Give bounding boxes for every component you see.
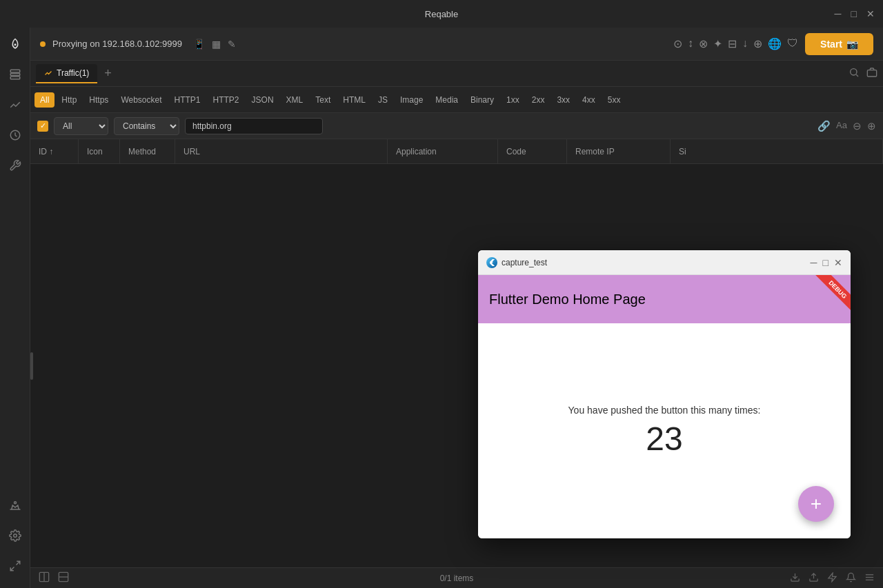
lightning-icon[interactable] [827,572,837,585]
flutter-body: You have pushed the button this many tim… [478,323,851,538]
filter-js-btn[interactable]: JS [373,92,393,108]
column-code[interactable]: Code [498,139,567,163]
column-application[interactable]: Application [388,139,498,163]
traffic-tab-label: Traffic(1) [57,68,89,78]
filter-value-input[interactable] [185,118,323,134]
start-button[interactable]: Start 📷 [805,33,873,55]
filter-text-btn[interactable]: Text [310,92,336,108]
filter-3xx-btn[interactable]: 3xx [551,92,575,108]
filter-enable-checkbox[interactable]: ✓ [37,121,48,132]
column-remote-ip[interactable]: Remote IP [567,139,671,163]
flutter-maximize-btn[interactable]: □ [823,257,829,268]
export-icon[interactable] [808,572,819,585]
flutter-demo-window: capture_test ─ □ ✕ Flutter Demo Home Pag… [478,250,851,538]
flutter-appbar-title: Flutter Demo Home Page [489,292,646,307]
filter-types-bar: All Http Https Websocket HTTP1 HTTP2 JSO… [30,87,883,113]
filter-scope-select[interactable]: All URL Method [54,117,108,135]
svg-point-0 [14,43,16,45]
capture-icon[interactable] [866,67,877,81]
sidebar-item-rocket[interactable] [6,34,25,54]
filter-5xx-btn[interactable]: 5xx [602,92,626,108]
flutter-window-controls: ─ □ ✕ [811,257,842,268]
close-button[interactable]: ✕ [866,8,875,19]
column-url[interactable]: URL [175,139,388,163]
sidebar-item-layers[interactable] [6,65,25,84]
debug-badge: DEBUG [813,275,851,311]
status-bar-left-icons [39,571,69,585]
add-tab-button[interactable]: + [100,66,116,81]
mirror-icon[interactable]: ⊕ [753,37,762,50]
filter-2xx-btn[interactable]: 2xx [526,92,550,108]
column-method[interactable]: Method [120,139,175,163]
layout-icon-1[interactable] [39,571,50,585]
minimize-button[interactable]: ─ [835,8,842,19]
flutter-window-title-bar: capture_test [486,257,547,268]
case-sensitive-icon[interactable]: Aa [836,120,847,132]
svg-marker-18 [829,573,836,582]
script-icon[interactable]: ✦ [713,37,722,50]
mock-icon[interactable]: ⊟ [728,37,737,50]
sidebar-bottom [6,496,25,581]
link-icon[interactable]: 🔗 [817,120,831,132]
filter-https-btn[interactable]: Https [83,92,114,108]
filter-image-btn[interactable]: Image [395,92,428,108]
qr-icon[interactable]: ▦ [212,39,221,50]
sidebar-item-tools[interactable] [6,156,25,175]
download-icon[interactable]: ↓ [742,37,748,50]
intercept-icon[interactable]: ⊙ [673,37,682,50]
column-id[interactable]: ID ↑ [30,139,79,163]
phone-icon[interactable]: 📱 [193,39,205,50]
flutter-minimize-btn[interactable]: ─ [811,257,817,268]
proxy-bar: Proxying on 192.168.0.102:9999 📱 ▦ ✎ ⊙ ↕… [30,28,883,61]
sidebar-item-chart[interactable] [6,95,25,114]
filter-websocket-btn[interactable]: Websocket [115,92,167,108]
svg-rect-1 [10,70,20,72]
filter-binary-btn[interactable]: Binary [465,92,499,108]
resize-handle[interactable] [30,352,33,380]
import-icon[interactable] [790,572,800,585]
repeat-icon[interactable]: ↕ [688,37,693,50]
filter-html-btn[interactable]: HTML [337,92,371,108]
filter-media-btn[interactable]: Media [430,92,464,108]
column-method-label: Method [128,147,156,156]
filter-http1-btn[interactable]: HTTP1 [169,92,206,108]
remove-filter-icon[interactable]: ⊖ [853,120,862,132]
filter-right-actions: 🔗 Aa ⊖ ⊕ [817,120,876,132]
proxy-toolbar-right: ⊙ ↕ ⊗ ✦ ⊟ ↓ ⊕ 🌐 🛡 Start 📷 [673,33,873,55]
status-bar-right-icons [790,572,875,585]
flutter-titlebar: capture_test ─ □ ✕ [478,250,851,275]
bell-icon[interactable] [846,572,856,585]
filter-http-btn[interactable]: Http [56,92,82,108]
add-filter-icon[interactable]: ⊕ [867,120,876,132]
menu-icon[interactable] [864,572,875,585]
filter-condition-row: ✓ All URL Method Contains Equals Starts … [30,113,883,139]
sidebar-item-crown[interactable] [6,496,25,515]
ssl-icon[interactable]: 🛡 [787,37,798,50]
filter-xml-btn[interactable]: XML [281,92,309,108]
filter-4xx-btn[interactable]: 4xx [577,92,601,108]
flutter-close-btn[interactable]: ✕ [834,257,842,268]
layout-icon-2[interactable] [58,571,69,585]
filter-json-btn[interactable]: JSON [246,92,279,108]
filter-1xx-btn[interactable]: 1xx [501,92,525,108]
svg-rect-3 [10,77,20,79]
column-si: Si [671,139,883,163]
sidebar-item-expand[interactable] [6,556,25,576]
flutter-counter: 23 [646,420,682,458]
filter-operator-select[interactable]: Contains Equals Starts with [114,117,179,135]
traffic-tab[interactable]: Traffic(1) [36,64,97,83]
flutter-fab-button[interactable]: + [798,486,834,522]
filter-all-btn[interactable]: All [34,92,54,108]
window-controls: ─ □ ✕ [835,8,875,19]
column-code-label: Code [506,147,526,156]
sidebar-item-history[interactable] [6,125,25,145]
edit-icon[interactable]: ✎ [228,39,236,50]
block-icon[interactable]: ⊗ [699,37,708,50]
gateway-icon[interactable]: 🌐 [768,37,782,50]
maximize-button[interactable]: □ [851,8,857,19]
tabs-row: Traffic(1) + [30,61,883,87]
tab-search-icon[interactable] [849,67,860,81]
filter-http2-btn[interactable]: HTTP2 [208,92,245,108]
svg-line-10 [856,74,858,77]
sidebar-item-settings[interactable] [6,526,25,545]
